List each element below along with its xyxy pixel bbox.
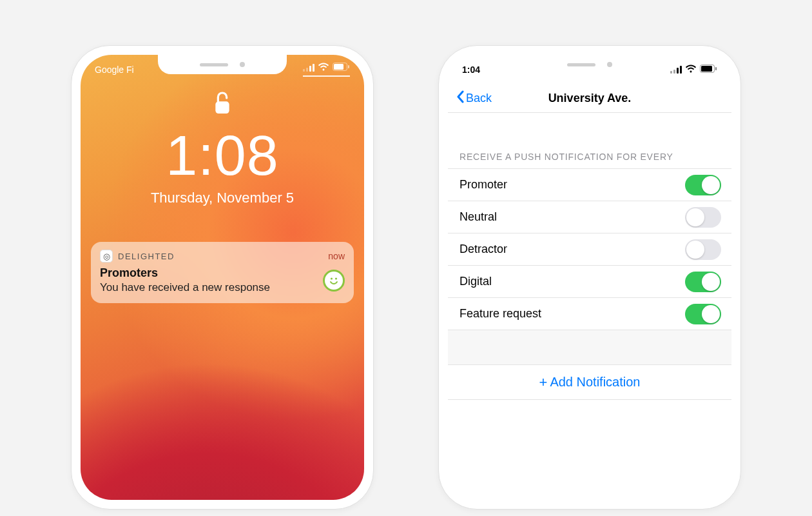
nav-bar: Back University Ave. — [448, 84, 731, 113]
toggle-switch[interactable] — [685, 207, 721, 228]
status-right — [303, 63, 350, 77]
settings-row: Feature request — [448, 298, 731, 330]
chevron-left-icon — [456, 90, 465, 106]
settings-row-label: Feature request — [459, 307, 685, 321]
settings-row: Digital — [448, 266, 731, 298]
lockscreen-clock: 1:08 Thursday, November 5 — [81, 90, 364, 206]
add-notification-label: Add Notification — [550, 375, 640, 390]
signal-icon — [670, 66, 682, 74]
settings-row-label: Detractor — [459, 243, 685, 256]
toggle-switch[interactable] — [685, 175, 721, 195]
settings-row-label: Promoter — [459, 178, 685, 192]
status-time: 1:04 — [462, 64, 480, 75]
svg-rect-3 — [215, 101, 229, 114]
lock-icon — [212, 90, 233, 119]
status-right — [670, 64, 717, 75]
lockscreen: Google Fi 1:08 Thursday, No — [81, 55, 364, 500]
toggle-switch[interactable] — [685, 272, 721, 292]
svg-rect-1 — [334, 64, 343, 70]
settings-row: Detractor — [448, 233, 731, 266]
settings-row: Promoter — [448, 169, 731, 201]
toggle-switch[interactable] — [685, 239, 721, 260]
phone-lockscreen: Google Fi 1:08 Thursday, No — [71, 45, 374, 510]
settings-row-label: Digital — [459, 275, 685, 288]
settings-row-label: Neutral — [459, 210, 685, 224]
back-label: Back — [466, 92, 492, 105]
notification-title: Promoters — [100, 266, 316, 280]
wifi-icon — [318, 63, 329, 73]
back-button[interactable]: Back — [456, 90, 492, 106]
section-header: Receive a push notification for every — [448, 152, 731, 166]
svg-point-4 — [331, 277, 333, 279]
lockscreen-time: 1:08 — [81, 123, 364, 188]
notification-time: now — [328, 251, 345, 261]
svg-point-5 — [335, 277, 337, 279]
toggle-list: PromoterNeutralDetractorDigitalFeature r… — [448, 168, 731, 400]
add-notification-button[interactable]: +Add Notification — [448, 365, 731, 400]
page-title: University Ave. — [548, 92, 632, 105]
signal-icon — [303, 64, 314, 72]
plus-icon: + — [539, 375, 548, 390]
list-spacer — [448, 330, 731, 365]
svg-rect-2 — [348, 65, 349, 68]
battery-icon — [700, 64, 717, 75]
settings-screen: 1:04 Back — [448, 55, 731, 500]
svg-rect-7 — [701, 66, 712, 72]
svg-rect-8 — [715, 67, 717, 70]
wifi-icon — [685, 64, 697, 75]
notch — [525, 55, 654, 74]
notification-header: ◎ DELIGHTED now — [100, 250, 345, 263]
notification-message: You have received a new response — [100, 281, 316, 294]
toggle-switch[interactable] — [685, 304, 721, 324]
notification-card[interactable]: ◎ DELIGHTED now Promoters You have recei… — [91, 242, 354, 303]
app-icon: ◎ — [100, 250, 113, 263]
notch — [158, 55, 287, 74]
phone-settings: 1:04 Back — [438, 45, 741, 510]
notification-app-name: DELIGHTED — [118, 252, 175, 261]
battery-icon — [333, 63, 350, 73]
settings-row: Neutral — [448, 201, 731, 233]
smiley-icon — [323, 270, 345, 292]
carrier-label: Google Fi — [95, 64, 134, 75]
lockscreen-date: Thursday, November 5 — [81, 190, 364, 206]
